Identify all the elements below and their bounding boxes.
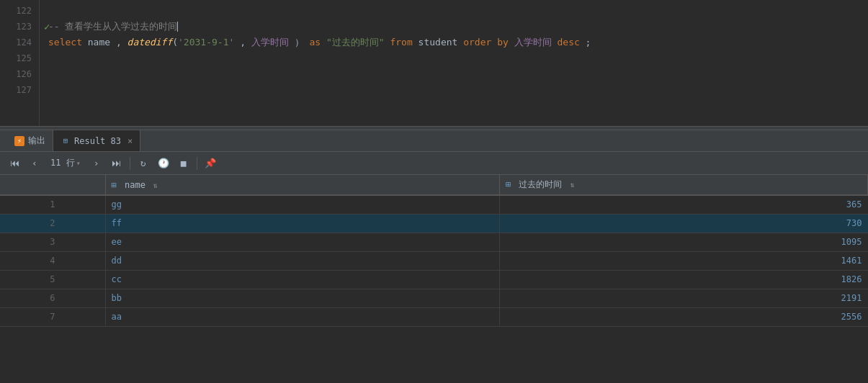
first-page-button[interactable]: ⏮ bbox=[6, 155, 23, 172]
clock-button[interactable]: 🕐 bbox=[155, 155, 172, 172]
days-col-icon: ⊞ bbox=[506, 179, 511, 189]
space1 bbox=[82, 35, 88, 50]
col-days-label: 过去的时间 bbox=[519, 179, 562, 189]
result-table: ⊞ name ⇅ ⊞ 过去的时间 ⇅ 1gg3652ff7303ee10954d… bbox=[0, 175, 868, 327]
code-content[interactable]: -- 查看学生从入学过去的时间 select name , datediff (… bbox=[40, 0, 868, 98]
line-numbers: 122 123 124 125 126 127 bbox=[0, 0, 40, 126]
line-num-123: 123 bbox=[0, 19, 32, 35]
table-row[interactable]: 1gg365 bbox=[0, 195, 868, 214]
cell-days: 365 bbox=[500, 195, 868, 214]
next-page-button[interactable]: › bbox=[88, 155, 105, 172]
space-paren: ） bbox=[289, 35, 304, 50]
cell-days: 730 bbox=[500, 214, 868, 233]
code-line-126 bbox=[48, 66, 868, 82]
row-count-label: 11 行 bbox=[50, 157, 75, 169]
cell-rownum: 1 bbox=[0, 195, 105, 214]
refresh-button[interactable]: ↻ bbox=[135, 155, 152, 172]
kw-desc: desc bbox=[557, 35, 579, 50]
cell-rownum: 5 bbox=[0, 270, 105, 289]
col-name: name bbox=[88, 35, 110, 50]
str-date: '2031-9-1' bbox=[178, 35, 234, 50]
cell-name: ff bbox=[105, 214, 500, 233]
kw-as: as bbox=[309, 35, 321, 50]
space6 bbox=[457, 35, 463, 50]
last-page-button[interactable]: ⏭ bbox=[108, 155, 125, 172]
paren1: ( bbox=[172, 35, 178, 50]
table-body: 1gg3652ff7303ee10954dd14615cc18266bb2191… bbox=[0, 195, 868, 326]
col-name-label: name bbox=[125, 180, 146, 190]
check-icon: ✓ bbox=[44, 19, 50, 35]
table-header-row: ⊞ name ⇅ ⊞ 过去的时间 ⇅ bbox=[0, 175, 868, 195]
bottom-panel: ⚡ 输出 ⊞ Result 83 × ⏮ ‹ 11 行 ▾ › ⏭ ↻ 🕐 ■ … bbox=[0, 130, 868, 383]
result-toolbar: ⏮ ‹ 11 行 ▾ › ⏭ ↻ 🕐 ■ 📌 bbox=[0, 152, 868, 175]
tab-result-label: Result 83 bbox=[74, 136, 121, 146]
cell-name: bb bbox=[105, 289, 500, 307]
comma1: , bbox=[110, 35, 127, 50]
tab-result83[interactable]: ⊞ Result 83 × bbox=[53, 130, 140, 151]
comment-text: -- 查看学生从入学过去的时间 bbox=[48, 19, 177, 35]
line-num-122: 122 bbox=[0, 3, 32, 19]
tab-close-button[interactable]: × bbox=[127, 136, 133, 146]
kw-from: from bbox=[390, 35, 412, 50]
cell-rownum: 4 bbox=[0, 251, 105, 270]
col-order: 入学时间 bbox=[514, 35, 552, 50]
semi: ; bbox=[580, 35, 591, 50]
cell-days: 2556 bbox=[500, 307, 868, 326]
fn-datediff: datediff bbox=[127, 35, 173, 50]
table-icon: ⊞ bbox=[61, 136, 71, 146]
col-header-days[interactable]: ⊞ 过去的时间 ⇅ bbox=[500, 175, 868, 195]
line-num-124: 124 bbox=[0, 35, 32, 50]
cell-rownum: 6 bbox=[0, 289, 105, 307]
space8 bbox=[552, 35, 558, 50]
cursor bbox=[177, 22, 178, 32]
cell-days: 1461 bbox=[500, 251, 868, 270]
cell-name: gg bbox=[105, 195, 500, 214]
code-line-125 bbox=[48, 50, 868, 66]
line-num-126: 126 bbox=[0, 66, 32, 82]
editor-area: 122 123 124 125 126 127 ✓ -- 查看学生从入学过去的时… bbox=[0, 0, 868, 126]
kw-order: order by bbox=[463, 35, 509, 50]
space7 bbox=[509, 35, 514, 50]
cell-days: 1095 bbox=[500, 233, 868, 251]
tab-output-label: 输出 bbox=[28, 135, 45, 147]
table-row[interactable]: 7aa2556 bbox=[0, 307, 868, 326]
cell-rownum: 7 bbox=[0, 307, 105, 326]
stop-button[interactable]: ■ bbox=[175, 155, 192, 172]
prev-page-button[interactable]: ‹ bbox=[26, 155, 43, 172]
kw-select: select bbox=[48, 35, 82, 50]
code-line-123: -- 查看学生从入学过去的时间 bbox=[48, 19, 868, 35]
table-row[interactable]: 5cc1826 bbox=[0, 270, 868, 289]
pin-button[interactable]: 📌 bbox=[202, 155, 219, 172]
sort-icon-days[interactable]: ⇅ bbox=[571, 181, 575, 189]
col-entry: 入学时间 bbox=[251, 35, 289, 50]
cell-days: 1826 bbox=[500, 270, 868, 289]
space3 bbox=[321, 35, 326, 50]
space5 bbox=[413, 35, 419, 50]
code-line-127 bbox=[48, 82, 868, 98]
cell-name: ee bbox=[105, 233, 500, 251]
row-count-dropdown[interactable]: 11 行 ▾ bbox=[46, 157, 85, 169]
cell-name: aa bbox=[105, 307, 500, 326]
table-row[interactable]: 4dd1461 bbox=[0, 251, 868, 270]
space4 bbox=[385, 35, 390, 50]
comma2: , bbox=[234, 35, 251, 50]
col-header-name[interactable]: ⊞ name ⇅ bbox=[105, 175, 500, 195]
cell-name: cc bbox=[105, 270, 500, 289]
cell-days: 2191 bbox=[500, 289, 868, 307]
table-row[interactable]: 2ff730 bbox=[0, 214, 868, 233]
line-num-127: 127 bbox=[0, 82, 32, 98]
dropdown-arrow-icon: ▾ bbox=[76, 159, 81, 167]
table-row[interactable]: 6bb2191 bbox=[0, 289, 868, 307]
toolbar-sep2 bbox=[197, 157, 197, 170]
name-col-icon: ⊞ bbox=[112, 180, 117, 190]
table-row[interactable]: 3ee1095 bbox=[0, 233, 868, 251]
code-line-124: select name , datediff ( '2031-9-1' , 入学… bbox=[48, 35, 868, 50]
tab-output[interactable]: ⚡ 输出 bbox=[7, 130, 53, 151]
sort-icon-name[interactable]: ⇅ bbox=[153, 181, 158, 189]
col-header-rownum bbox=[0, 175, 105, 195]
space-as bbox=[304, 35, 310, 50]
cell-rownum: 2 bbox=[0, 214, 105, 233]
cell-rownum: 3 bbox=[0, 233, 105, 251]
tbl-student: student bbox=[419, 35, 458, 50]
output-icon: ⚡ bbox=[14, 136, 24, 146]
